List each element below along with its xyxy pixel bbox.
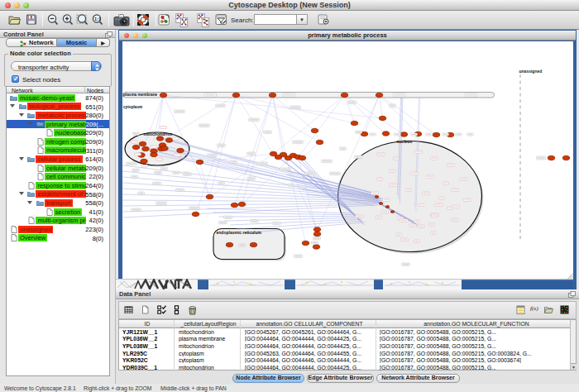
svg-text:plasma membrane: plasma membrane — [123, 93, 158, 97]
svg-text:1:1: 1:1 — [94, 17, 101, 22]
svg-text:cytoplasm: cytoplasm — [123, 105, 142, 109]
svg-text:nucleus: nucleus — [396, 139, 412, 144]
svg-text:unassigned: unassigned — [519, 69, 542, 74]
svg-text:endoplasmic reticulum: endoplasmic reticulum — [216, 230, 261, 235]
svg-text:mitochondrion: mitochondrion — [143, 131, 172, 136]
